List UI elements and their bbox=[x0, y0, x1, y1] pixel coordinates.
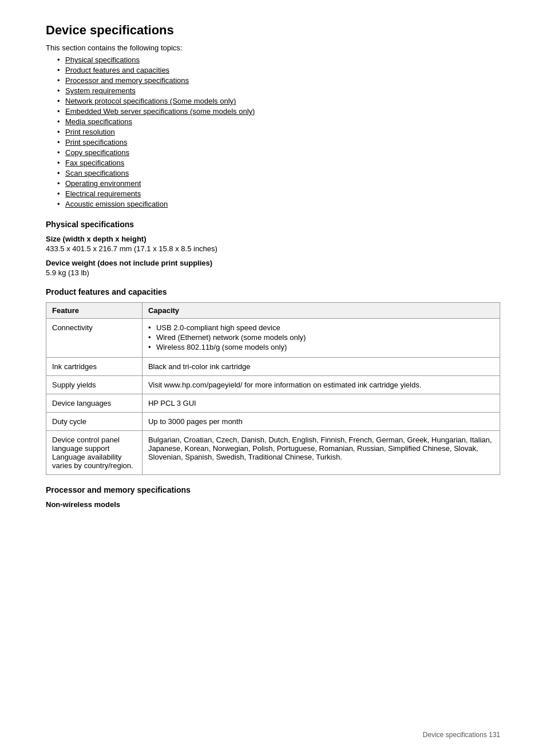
intro-text: This section contains the following topi… bbox=[46, 43, 500, 52]
feature-cell: Supply yields bbox=[46, 376, 143, 394]
col2-header: Capacity bbox=[142, 303, 500, 319]
list-item[interactable]: Print resolution bbox=[57, 128, 500, 136]
toc-link-electrical[interactable]: Electrical requirements bbox=[65, 189, 141, 198]
feature-cell: Ink cartridges bbox=[46, 358, 143, 376]
list-item[interactable]: Acoustic emission specification bbox=[57, 200, 500, 208]
capacity-cell: Visit www.hp.com/pageyield/ for more inf… bbox=[142, 376, 500, 394]
toc-link-embedded[interactable]: Embedded Web server specifications (some… bbox=[65, 107, 255, 116]
toc-link-processor[interactable]: Processor and memory specifications bbox=[65, 76, 189, 85]
list-item[interactable]: Physical specifications bbox=[57, 56, 500, 64]
list-item[interactable]: Product features and capacities bbox=[57, 66, 500, 74]
processor-specs-section: Processor and memory specifications Non-… bbox=[46, 485, 500, 509]
footer-right: Device specifications 131 bbox=[423, 731, 500, 739]
toc-link-copy[interactable]: Copy specifications bbox=[65, 148, 129, 157]
toc-link-fax[interactable]: Fax specifications bbox=[65, 159, 124, 167]
table-row: Device languagesHP PCL 3 GUI bbox=[46, 394, 500, 413]
feature-cell: Device languages bbox=[46, 394, 143, 413]
table-row: Device control panel language supportLan… bbox=[46, 431, 500, 475]
list-item[interactable]: Electrical requirements bbox=[57, 189, 500, 198]
list-item[interactable]: Copy specifications bbox=[57, 148, 500, 157]
list-item[interactable]: Print specifications bbox=[57, 138, 500, 147]
list-item[interactable]: Embedded Web server specifications (some… bbox=[57, 107, 500, 116]
toc-link-print-res[interactable]: Print resolution bbox=[65, 128, 115, 136]
list-item[interactable]: Processor and memory specifications bbox=[57, 76, 500, 85]
toc-link-operating[interactable]: Operating environment bbox=[65, 179, 141, 188]
toc-link-scan[interactable]: Scan specifications bbox=[65, 169, 129, 177]
feature-cell: Connectivity bbox=[46, 319, 143, 358]
list-item[interactable]: Scan specifications bbox=[57, 169, 500, 177]
table-row: Supply yieldsVisit www.hp.com/pageyield/… bbox=[46, 376, 500, 394]
capacity-cell: Up to 3000 pages per month bbox=[142, 413, 500, 431]
toc-link-system[interactable]: System requirements bbox=[65, 86, 136, 95]
list-item[interactable]: Fax specifications bbox=[57, 159, 500, 167]
toc-link-network[interactable]: Network protocol specifications (Some mo… bbox=[65, 97, 236, 105]
capacity-cell: HP PCL 3 GUI bbox=[142, 394, 500, 413]
list-item[interactable]: Operating environment bbox=[57, 179, 500, 188]
page-title: Device specifications bbox=[46, 23, 500, 38]
table-row: Ink cartridgesBlack and tri-color ink ca… bbox=[46, 358, 500, 376]
toc-list: Physical specifications Product features… bbox=[57, 56, 500, 208]
size-label: Size (width x depth x height) bbox=[46, 235, 500, 243]
toc-link-physical[interactable]: Physical specifications bbox=[65, 56, 140, 64]
capacity-cell: USB 2.0-compliant high speed deviceWired… bbox=[142, 319, 500, 358]
capacity-cell: Bulgarian, Croatian, Czech, Danish, Dutc… bbox=[142, 431, 500, 475]
product-features-section: Product features and capacities Feature … bbox=[46, 287, 500, 475]
features-table: Feature Capacity ConnectivityUSB 2.0-com… bbox=[46, 302, 500, 475]
physical-specifications-section: Physical specifications Size (width x de… bbox=[46, 220, 500, 277]
product-features-heading: Product features and capacities bbox=[46, 287, 500, 296]
capacity-cell: Black and tri-color ink cartridge bbox=[142, 358, 500, 376]
physical-specs-heading: Physical specifications bbox=[46, 220, 500, 229]
toc-link-acoustic[interactable]: Acoustic emission specification bbox=[65, 200, 168, 208]
feature-cell: Device control panel language supportLan… bbox=[46, 431, 143, 475]
weight-label: Device weight (does not include print su… bbox=[46, 259, 500, 267]
processor-specs-heading: Processor and memory specifications bbox=[46, 485, 500, 494]
col1-header: Feature bbox=[46, 303, 143, 319]
weight-value: 5.9 kg (13 lb) bbox=[46, 268, 500, 277]
table-row: ConnectivityUSB 2.0-compliant high speed… bbox=[46, 319, 500, 358]
toc-link-media[interactable]: Media specifications bbox=[65, 117, 132, 126]
list-item[interactable]: System requirements bbox=[57, 86, 500, 95]
non-wireless-label: Non-wireless models bbox=[46, 500, 500, 509]
toc-link-print-spec[interactable]: Print specifications bbox=[65, 138, 127, 147]
feature-cell: Duty cycle bbox=[46, 413, 143, 431]
list-item[interactable]: Network protocol specifications (Some mo… bbox=[57, 97, 500, 105]
toc-link-product-features[interactable]: Product features and capacities bbox=[65, 66, 169, 74]
list-item[interactable]: Media specifications bbox=[57, 117, 500, 126]
table-row: Duty cycleUp to 3000 pages per month bbox=[46, 413, 500, 431]
size-value: 433.5 x 401.5 x 216.7 mm (17.1 x 15.8 x … bbox=[46, 244, 500, 253]
